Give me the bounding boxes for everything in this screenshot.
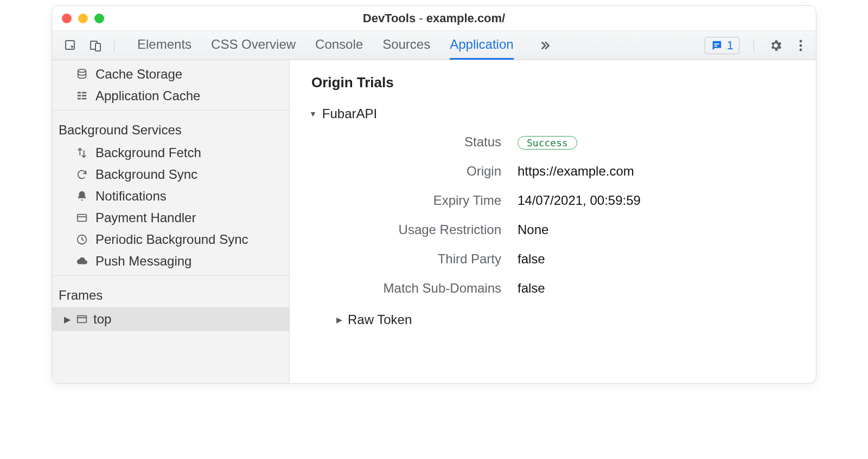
- svg-rect-18: [78, 316, 87, 323]
- sidebar-section-frames: Frames ▶ top: [52, 276, 289, 334]
- sidebar-item-background-fetch[interactable]: Background Fetch: [52, 142, 289, 164]
- cloud-icon: [76, 255, 88, 267]
- window-title: DevTools - example.com/: [52, 11, 816, 25]
- value-third-party: false: [518, 251, 794, 267]
- sidebar-item-periodic-sync[interactable]: Periodic Background Sync: [52, 229, 289, 250]
- tab-console[interactable]: Console: [315, 31, 363, 60]
- more-options-button[interactable]: [793, 38, 808, 53]
- gear-icon: [769, 38, 783, 53]
- svg-rect-12: [82, 95, 86, 96]
- database-icon: [76, 68, 88, 80]
- svg-rect-15: [78, 215, 87, 222]
- titlebar: DevTools - example.com/: [52, 6, 816, 31]
- more-tabs-button[interactable]: [533, 31, 556, 60]
- disclosure-triangle-icon: ▶: [336, 315, 342, 324]
- svg-rect-10: [82, 92, 86, 94]
- tab-css-overview[interactable]: CSS Overview: [211, 31, 296, 60]
- main-content: Origin Trials ▼ FubarAPI Status Success …: [290, 60, 816, 383]
- inspect-element-button[interactable]: [60, 36, 81, 55]
- sidebar-item-cache-storage[interactable]: Cache Storage: [52, 63, 289, 85]
- label-third-party: Third Party: [328, 251, 501, 267]
- label-origin: Origin: [328, 164, 501, 179]
- svg-rect-9: [78, 92, 81, 94]
- status-badge: Success: [518, 136, 577, 150]
- label-expiry: Expiry Time: [328, 193, 501, 208]
- panel-body: Cache Storage Application Cache Backgrou…: [52, 60, 816, 383]
- sidebar-section-background: Background Services Background Fetch Bac…: [52, 111, 289, 276]
- window-icon: [76, 313, 88, 325]
- tab-elements[interactable]: Elements: [137, 31, 192, 60]
- chevrons-right-icon: [538, 38, 552, 53]
- tab-application[interactable]: Application: [450, 31, 513, 60]
- value-status: Success: [518, 134, 794, 150]
- application-sidebar: Cache Storage Application Cache Backgrou…: [52, 60, 290, 383]
- sidebar-item-background-sync[interactable]: Background Sync: [52, 164, 289, 185]
- devtools-window: DevTools - example.com/ Elements CSS Ove…: [52, 5, 816, 384]
- toolbar-right: 1: [705, 37, 808, 54]
- value-origin: https://example.com: [518, 164, 794, 179]
- trial-row[interactable]: ▼ FubarAPI: [309, 106, 794, 121]
- raw-token-label: Raw Token: [348, 312, 412, 327]
- issues-counter[interactable]: 1: [705, 37, 739, 54]
- svg-rect-3: [714, 43, 719, 44]
- clock-icon: [76, 234, 88, 245]
- value-subdomain: false: [518, 281, 794, 296]
- svg-rect-2: [95, 43, 100, 51]
- sidebar-heading-background-services: Background Services: [52, 114, 289, 142]
- bell-icon: [76, 190, 88, 202]
- svg-rect-14: [82, 98, 86, 100]
- grid-icon: [76, 90, 88, 102]
- page-title: Origin Trials: [311, 74, 794, 91]
- sidebar-item-payment-handler[interactable]: Payment Handler: [52, 207, 289, 229]
- sync-icon: [76, 169, 88, 180]
- label-subdomain: Match Sub-Domains: [328, 281, 501, 296]
- sidebar-heading-frames: Frames: [52, 279, 289, 307]
- sidebar-item-push-messaging[interactable]: Push Messaging: [52, 250, 289, 272]
- raw-token-row[interactable]: ▶ Raw Token: [336, 312, 794, 327]
- chat-icon: [711, 40, 723, 51]
- svg-rect-4: [714, 46, 717, 47]
- title-app: DevTools: [363, 11, 416, 25]
- panel-tabs: Elements CSS Overview Console Sources Ap…: [137, 31, 701, 60]
- tab-sources[interactable]: Sources: [382, 31, 430, 60]
- trial-name: FubarAPI: [322, 106, 377, 121]
- device-toolbar-button[interactable]: [85, 36, 106, 55]
- main-toolbar: Elements CSS Overview Console Sources Ap…: [52, 31, 816, 60]
- sidebar-item-frame-top[interactable]: ▶ top: [52, 307, 289, 331]
- value-usage: None: [518, 222, 794, 237]
- sidebar-item-application-cache[interactable]: Application Cache: [52, 85, 289, 107]
- settings-button[interactable]: [768, 38, 783, 53]
- value-expiry: 14/07/2021, 00:59:59: [518, 193, 794, 208]
- svg-point-6: [800, 44, 802, 47]
- toolbar-separator: [114, 39, 114, 52]
- kebab-icon: [799, 39, 802, 52]
- credit-card-icon: [76, 212, 88, 224]
- svg-point-8: [78, 69, 86, 72]
- svg-point-7: [800, 48, 802, 51]
- disclosure-triangle-icon: ▼: [309, 109, 317, 118]
- sidebar-item-notifications[interactable]: Notifications: [52, 185, 289, 207]
- label-usage: Usage Restriction: [328, 222, 501, 237]
- svg-rect-11: [78, 95, 81, 96]
- title-url: example.com/: [426, 11, 506, 25]
- svg-point-5: [800, 40, 802, 42]
- svg-rect-13: [78, 98, 81, 100]
- trial-details: Status Success Origin https://example.co…: [328, 134, 794, 296]
- disclosure-triangle-icon: ▶: [64, 314, 71, 325]
- swap-icon: [76, 147, 88, 159]
- sidebar-section-cache: Cache Storage Application Cache: [52, 60, 289, 111]
- issues-count: 1: [727, 38, 733, 53]
- label-status: Status: [328, 134, 501, 150]
- toolbar-separator: [754, 39, 754, 52]
